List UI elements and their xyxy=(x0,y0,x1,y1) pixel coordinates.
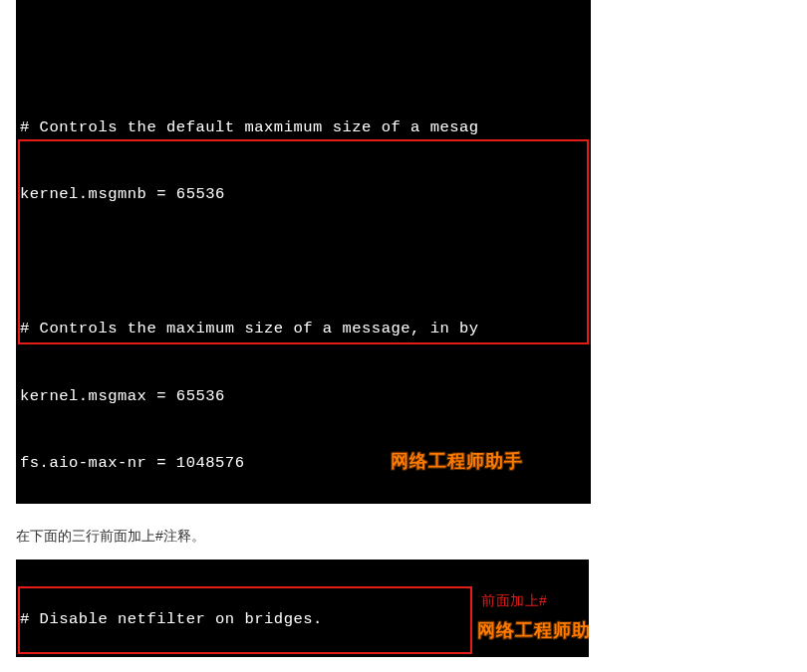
highlight-box-added-params xyxy=(18,139,589,344)
instruction-text: 在下面的三行前面加上#注释。 xyxy=(16,528,807,546)
terminal-sysctl-main: # Controls the default maxmimum size of … xyxy=(16,0,591,504)
watermark-text: 网络工程师助手 xyxy=(477,619,589,642)
terminal-sysctl-bridge: # Disable netfilter on bridges. #net.bri… xyxy=(16,560,589,657)
watermark-text: 网络工程师助手 xyxy=(391,450,523,473)
terminal-line: # Controls the default maxmimum size of … xyxy=(16,116,591,139)
terminal-line xyxy=(16,49,591,72)
annotation-text: 前面加上# xyxy=(481,589,547,612)
highlight-box-commented-lines xyxy=(18,586,472,654)
terminal-line: kernel.msgmax = 65536 xyxy=(16,385,591,408)
